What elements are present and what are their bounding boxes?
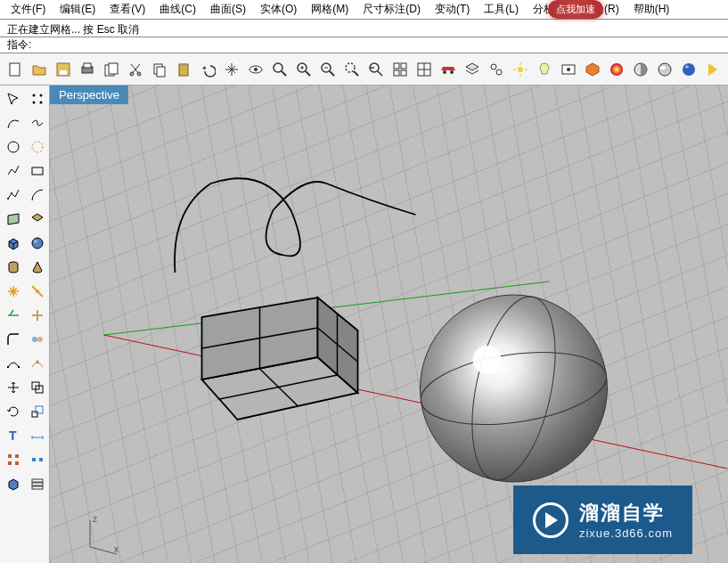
command-line[interactable]: 指令: bbox=[0, 37, 728, 53]
zoom-prev-icon[interactable] bbox=[364, 58, 387, 81]
curve1-icon[interactable] bbox=[2, 111, 25, 135]
menu-edit[interactable]: 编辑(E) bbox=[53, 0, 102, 19]
paste-icon[interactable] bbox=[172, 58, 194, 81]
copy-icon[interactable] bbox=[148, 58, 170, 81]
menu-view[interactable]: 查看(V) bbox=[102, 0, 152, 19]
layer-icon[interactable] bbox=[462, 58, 484, 81]
pan-icon[interactable] bbox=[220, 58, 242, 81]
menu-surface[interactable]: 曲面(S) bbox=[203, 0, 253, 19]
zoom-window-icon[interactable] bbox=[316, 58, 339, 81]
surface-icon[interactable] bbox=[2, 208, 25, 231]
svg-point-50 bbox=[33, 102, 36, 104]
render-icon[interactable] bbox=[606, 58, 628, 81]
print-icon[interactable] bbox=[76, 58, 98, 81]
layers-side-icon[interactable] bbox=[26, 472, 49, 495]
svg-point-44 bbox=[658, 63, 671, 76]
menu-file[interactable]: 文件(F) bbox=[4, 0, 53, 19]
menu-solid[interactable]: 实体(O) bbox=[253, 0, 304, 19]
fillet-icon[interactable] bbox=[2, 328, 25, 351]
lasso-icon[interactable] bbox=[26, 87, 49, 110]
material-icon[interactable] bbox=[582, 58, 604, 81]
properties-icon[interactable] bbox=[2, 472, 25, 495]
new-icon[interactable] bbox=[4, 58, 26, 81]
cylinder-icon[interactable] bbox=[2, 256, 25, 279]
rect-icon[interactable] bbox=[26, 159, 49, 183]
svg-point-35 bbox=[518, 67, 523, 72]
axis-x-label: x bbox=[114, 544, 119, 554]
svg-rect-10 bbox=[157, 67, 165, 77]
svg-point-58 bbox=[34, 241, 37, 243]
circle2-icon[interactable] bbox=[26, 135, 49, 159]
named-view-icon[interactable] bbox=[558, 58, 580, 81]
render2-icon[interactable] bbox=[678, 58, 700, 81]
split-icon[interactable] bbox=[26, 304, 49, 327]
circle-icon[interactable] bbox=[2, 135, 25, 159]
dim-icon[interactable] bbox=[26, 424, 49, 447]
svg-point-56 bbox=[11, 192, 12, 194]
array2-icon[interactable] bbox=[26, 448, 49, 471]
car-icon[interactable] bbox=[438, 58, 460, 81]
explode-icon[interactable] bbox=[2, 280, 25, 303]
ctrl-poly-icon[interactable] bbox=[2, 184, 25, 207]
svg-rect-79 bbox=[32, 486, 43, 489]
copy-tool-icon[interactable] bbox=[26, 376, 49, 399]
menu-mesh[interactable]: 网格(M) bbox=[304, 0, 356, 19]
point-on-icon[interactable] bbox=[26, 352, 49, 375]
menu-curve[interactable]: 曲线(C) bbox=[152, 0, 203, 19]
join-icon[interactable] bbox=[26, 280, 49, 303]
polysurf-icon[interactable] bbox=[26, 208, 49, 231]
blend-icon[interactable] bbox=[26, 328, 49, 351]
arrow-icon[interactable] bbox=[702, 58, 724, 81]
svg-point-42 bbox=[610, 63, 623, 76]
text-icon[interactable]: T bbox=[2, 424, 25, 447]
svg-rect-54 bbox=[32, 167, 43, 175]
zoom-extents-icon[interactable] bbox=[292, 58, 315, 81]
zoom-all-icon[interactable] bbox=[389, 58, 412, 81]
shade-flat-icon[interactable] bbox=[630, 58, 652, 81]
svg-point-51 bbox=[40, 102, 43, 104]
zoom-selected-icon[interactable] bbox=[340, 58, 363, 81]
box-object bbox=[202, 298, 358, 431]
arc-icon[interactable] bbox=[26, 184, 49, 207]
viewport-label[interactable]: Perspective bbox=[50, 86, 128, 104]
svg-rect-4 bbox=[84, 63, 91, 68]
menu-dimension[interactable]: 尺寸标注(D) bbox=[356, 0, 428, 19]
groups-icon[interactable] bbox=[486, 58, 508, 81]
rotate-tool-icon[interactable] bbox=[2, 400, 25, 423]
copy-props-icon[interactable] bbox=[100, 58, 122, 81]
svg-point-48 bbox=[33, 94, 36, 97]
trim-icon[interactable] bbox=[2, 304, 25, 327]
side-toolbar: T bbox=[0, 86, 50, 563]
scale-icon[interactable] bbox=[26, 400, 49, 423]
box-icon[interactable] bbox=[2, 232, 25, 255]
sphere-icon[interactable] bbox=[26, 232, 49, 255]
cut-icon[interactable] bbox=[124, 58, 146, 81]
menu-help[interactable]: 帮助(H) bbox=[626, 0, 677, 19]
move-icon[interactable] bbox=[2, 376, 25, 399]
shade-icon[interactable] bbox=[654, 58, 676, 81]
curve2-icon[interactable] bbox=[26, 111, 49, 135]
zoom-icon[interactable] bbox=[268, 58, 290, 81]
open-icon[interactable] bbox=[28, 58, 50, 81]
main-area: T Perspective bbox=[0, 86, 728, 563]
light-icon[interactable] bbox=[534, 58, 556, 81]
grid-icon[interactable] bbox=[413, 58, 436, 81]
svg-rect-73 bbox=[8, 461, 12, 465]
svg-line-81 bbox=[104, 335, 728, 469]
polyline-icon[interactable] bbox=[2, 159, 25, 183]
watermark: 溜溜自学 zixue.3d66.com bbox=[513, 485, 692, 554]
save-icon[interactable] bbox=[52, 58, 74, 81]
rotate-view-icon[interactable] bbox=[244, 58, 266, 81]
accelerate-badge[interactable]: 点我加速 bbox=[548, 0, 603, 19]
svg-point-57 bbox=[32, 238, 43, 249]
svg-point-41 bbox=[567, 68, 570, 71]
viewport[interactable]: Perspective bbox=[50, 86, 728, 563]
point-edit-icon[interactable] bbox=[2, 352, 25, 375]
cone-icon[interactable] bbox=[26, 256, 49, 279]
array-icon[interactable] bbox=[2, 448, 25, 471]
menu-tools[interactable]: 工具(L) bbox=[477, 0, 526, 19]
menu-transform[interactable]: 变动(T) bbox=[428, 0, 477, 19]
select-icon[interactable] bbox=[2, 87, 25, 110]
undo-icon[interactable] bbox=[196, 58, 218, 81]
sun-icon[interactable] bbox=[510, 58, 532, 81]
